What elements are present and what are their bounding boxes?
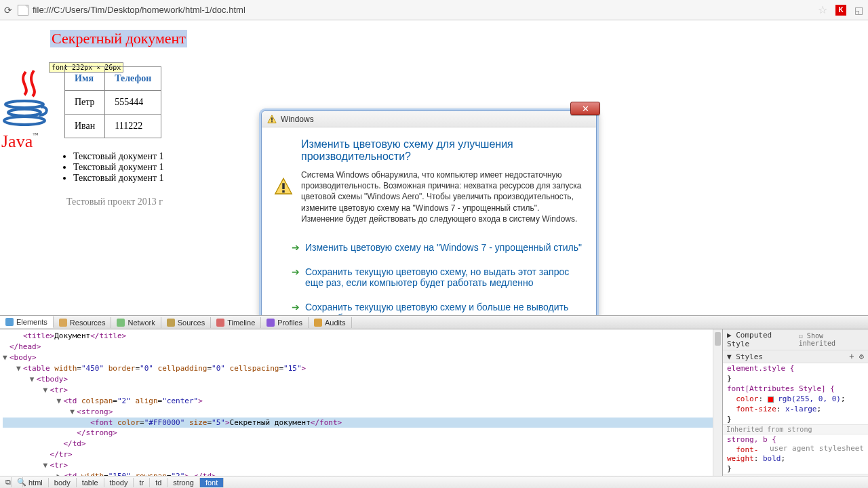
crumb[interactable]: strong (167, 478, 200, 487)
svg-rect-4 (271, 121, 273, 122)
dialog-titlebar[interactable]: Windows ✕ (262, 111, 596, 127)
list-item: Текстовый документ 1 (73, 151, 164, 162)
arrow-right-icon: ➔ (292, 242, 300, 253)
arrow-right-icon: ➔ (292, 266, 300, 288)
tab-network[interactable]: Network (111, 317, 161, 328)
dom-node[interactable]: </strong> (3, 428, 719, 439)
scrollbar[interactable] (713, 329, 722, 476)
computed-style-header[interactable]: ▶ Computed Style☐ Show inherited (723, 329, 868, 350)
dialog-option-keep-ask-again[interactable]: ➔Сохранить текущую цветовую схему, но вы… (274, 260, 584, 295)
svg-rect-5 (282, 183, 285, 189)
table-row: Иван111222 (65, 115, 161, 138)
tab-elements[interactable]: Elements (0, 316, 54, 328)
crumb[interactable]: body (49, 478, 77, 487)
svg-point-0 (5, 101, 43, 108)
extension-icon[interactable]: ◱ (853, 5, 864, 16)
dom-node[interactable]: ▼<strong> (3, 407, 719, 418)
style-rule[interactable]: font[Attributes Style] { (723, 384, 868, 394)
list-item: Текстовый документ 1 (73, 162, 164, 173)
dom-node[interactable]: <font color="#FF0000" size="5">Секретный… (3, 418, 719, 428)
devtools-tabs: Elements Resources Network Sources Timel… (0, 316, 868, 329)
styles-header[interactable]: ▼ Styles+ ⚙ (723, 350, 868, 363)
tab-sources[interactable]: Sources (161, 317, 211, 328)
table-header: Имя (65, 67, 105, 91)
page-icon (18, 5, 28, 16)
reload-icon[interactable]: ⟳ (3, 5, 14, 16)
svg-rect-6 (282, 190, 285, 193)
dialog-option-change-scheme[interactable]: ➔Изменить цветовую схему на "Windows 7 -… (274, 235, 584, 260)
dom-node[interactable]: ▼<body> (3, 352, 719, 363)
dom-node[interactable]: </td> (3, 439, 719, 449)
table-row: Петр555444 (65, 91, 161, 115)
crumb[interactable]: tr (134, 478, 150, 487)
close-icon: ✕ (582, 104, 589, 114)
warning-icon (274, 138, 293, 235)
dom-node[interactable]: <title>Документ</title> (3, 331, 719, 342)
search-icon[interactable]: 🔍 (12, 477, 23, 487)
dom-node[interactable]: ▼<tbody> (3, 374, 719, 385)
crumb[interactable]: tbody (104, 478, 134, 487)
url-input[interactable] (33, 5, 811, 15)
bookmark-icon[interactable]: ☆ (815, 3, 830, 16)
page-title: Секретный документ (50, 30, 187, 47)
svg-rect-3 (271, 117, 273, 120)
tab-audits[interactable]: Audits (309, 317, 352, 328)
kaspersky-icon[interactable]: K (835, 5, 846, 16)
style-rule[interactable]: element.style { (723, 363, 868, 373)
tab-profiles[interactable]: Profiles (261, 317, 309, 328)
dom-node[interactable]: </tr> (3, 449, 719, 460)
warning-icon (267, 115, 277, 124)
dom-node[interactable]: </head> (3, 342, 719, 352)
dom-node[interactable]: ▶<td width="150" rowspan="2">…</td> (3, 471, 719, 476)
svg-point-2 (4, 117, 45, 125)
footer-text: Тестовый проект 2013 г (66, 197, 163, 207)
document-list: Текстовый документ 1 Текстовый документ … (73, 151, 164, 184)
crumb[interactable]: table (77, 478, 104, 487)
breadcrumb: ⧉ 🔍 html body table tbody tr td strong f… (0, 476, 868, 488)
dialog-heading: Изменить цветовую схему для улучшения пр… (301, 138, 584, 163)
crumb[interactable]: font (200, 478, 224, 487)
dom-tree[interactable]: <title>Документ</title> </head>▼<body> ▼… (0, 329, 722, 476)
dialog-description: Система Windows обнаружила, что компьюте… (301, 169, 584, 224)
svg-point-1 (8, 109, 41, 116)
crumb[interactable]: td (150, 478, 167, 487)
table-header: Телефон (105, 67, 161, 91)
data-table: ИмяТелефон Петр555444 Иван111222 (64, 66, 161, 138)
dom-node[interactable]: ▼<tr> (3, 460, 719, 471)
tab-timeline[interactable]: Timeline (211, 317, 261, 328)
tab-resources[interactable]: Resources (54, 317, 112, 328)
dock-icon[interactable]: ⧉ (0, 477, 12, 487)
java-logo: Java™ (1, 73, 59, 152)
dom-node[interactable]: ▼<td colspan="2" align="center"> (3, 396, 719, 407)
crumb[interactable]: html (23, 478, 49, 487)
dom-node[interactable]: ▼<tr> (3, 385, 719, 396)
devtools: Elements Resources Network Sources Timel… (0, 315, 868, 488)
dialog-title: Windows (281, 115, 314, 124)
dom-node[interactable]: ▼<table width="450" border="0" cellpaddi… (3, 363, 719, 374)
close-button[interactable]: ✕ (570, 102, 600, 115)
styles-panel: ▶ Computed Style☐ Show inherited ▼ Style… (722, 329, 868, 476)
address-bar: ⟳ ☆ K ◱ (0, 0, 868, 20)
list-item: Текстовый документ 1 (73, 173, 164, 184)
